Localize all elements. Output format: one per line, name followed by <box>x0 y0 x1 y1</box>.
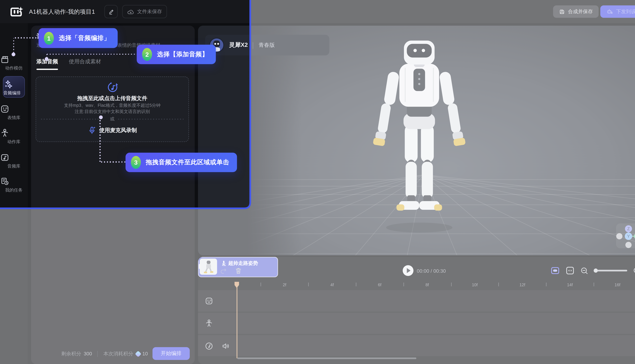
axis-gizmo[interactable]: Z Y X <box>616 224 635 248</box>
walking-icon <box>221 260 226 266</box>
axis-neg-x <box>616 233 622 239</box>
task-list-icon <box>0 177 10 186</box>
tab-use-synth-material[interactable]: 使用合成素材 <box>69 58 101 66</box>
sidebar-item-motion-imitate[interactable]: 动作模仿 <box>0 55 28 71</box>
sidebar-item-label: 动作库 <box>0 139 28 145</box>
robot-edition: 青春版 <box>259 41 275 49</box>
mic-record-button[interactable]: 使用麦克风录制 <box>36 126 188 135</box>
sidebar-item-audio-arrange[interactable]: 音频编排 <box>3 76 25 98</box>
sidebar-item-label: 音频编排 <box>3 90 24 96</box>
timeline-scrollbar[interactable] <box>237 358 416 359</box>
file-unsaved-button[interactable]: 文件未保存 <box>122 5 167 18</box>
save-button[interactable]: 合成并保存 <box>553 5 599 18</box>
sidebar-item-label: 表情库 <box>0 115 28 121</box>
connector1-dot <box>12 52 15 56</box>
zoom-in-icon[interactable] <box>633 267 635 275</box>
upload-note: 注意:目前仅支持中文和英文语言的识别 <box>36 109 188 115</box>
remaining-points-value: 300 <box>84 351 92 357</box>
ruler-frame-label: 6f <box>378 282 381 287</box>
ruler-minor-tick <box>403 282 404 286</box>
pencil-icon <box>108 8 114 15</box>
connector1-line-h <box>15 37 39 38</box>
audio-arrange-panel: 音频编排 通过上传或录制音频，智能编排动作和表情的音频编排素材 添加音频 使用合… <box>31 26 195 364</box>
remaining-points-label: 剩余积分 <box>61 350 81 357</box>
playhead-line <box>237 287 237 358</box>
robot-name: 灵犀X2 <box>229 41 248 49</box>
connector2-line-h <box>47 54 137 54</box>
face-icon <box>0 104 10 114</box>
upload-audio-icon <box>106 81 119 94</box>
step-3-number: 3 <box>131 156 141 169</box>
svg-text:Y: Y <box>627 234 630 238</box>
ruler-frame-label: 8f <box>426 282 429 287</box>
music-box-icon <box>0 153 10 162</box>
clip-name: 超帅走路姿势 <box>228 260 258 267</box>
frame-ruler[interactable]: 0f2f4f6f8f10f12f14f16f <box>198 282 635 289</box>
time-display: 00:00 / 00:30 <box>417 268 446 274</box>
top-bar: A1机器人动作-我的项目1 文件未保存 合成并保存 <box>0 0 635 23</box>
ruler-minor-tick <box>261 282 261 286</box>
file-unsaved-label: 文件未保存 <box>137 8 162 15</box>
audio-track-lane[interactable] <box>198 335 635 356</box>
sidebar-item-action-lib[interactable]: 动作库 <box>0 128 28 145</box>
save-icon <box>559 8 565 15</box>
ruler-minor-tick <box>308 282 309 286</box>
ruler-minor-tick <box>594 282 594 286</box>
play-icon <box>407 268 410 273</box>
sidebar-item-my-tasks[interactable]: 我的任务 <box>0 177 28 193</box>
rename-button[interactable] <box>104 5 118 18</box>
zoom-out-icon[interactable] <box>580 267 588 275</box>
tutorial-step-2: 2 选择【添加音频】 <box>137 45 216 64</box>
sparkles-icon <box>3 80 13 89</box>
ruler-frame-label: 2f <box>283 282 286 287</box>
clip-trim-handle-left[interactable] <box>199 264 200 269</box>
ruler-minor-tick <box>356 282 356 286</box>
robot-download-icon <box>606 8 613 15</box>
track-view-toggle-icon[interactable] <box>551 267 559 274</box>
robot-model-chip: 灵犀X2 │ 青春版 <box>205 35 329 56</box>
or-divider-right <box>118 119 183 120</box>
cost-points-label: 本次消耗积分 <box>103 350 133 357</box>
start-arrange-button[interactable]: 开始编排 <box>152 347 190 360</box>
humanoid-robot <box>357 40 482 235</box>
audio-track-icon <box>204 342 213 350</box>
ruler-minor-tick <box>451 282 451 286</box>
connector3-origin-dot <box>99 116 103 119</box>
redo-icon[interactable] <box>220 267 228 274</box>
action-track-icon <box>204 319 213 328</box>
deploy-button-label: 下发到设备 <box>616 8 635 15</box>
audio-upload-dropzone[interactable]: 拖拽至此或点击上传音频文件 支持mp3、wav、Flac格式，音频长度不超过5分… <box>36 76 189 142</box>
ruler-frame-label: 16f <box>614 282 620 287</box>
slider-track-fill <box>597 270 627 272</box>
sidebar-item-label: 音频库 <box>0 164 28 169</box>
action-track-lane[interactable] <box>198 313 635 334</box>
cloud-icon <box>127 8 134 15</box>
points-gem-icon <box>135 350 141 357</box>
ruler-frame-label: 4f <box>330 282 334 287</box>
timeline-zoom-slider[interactable] <box>594 270 627 271</box>
upload-formats: 支持mp3、wav、Flac格式，音频长度不超过5分钟 <box>36 102 188 108</box>
expression-track-icon <box>204 297 213 306</box>
deploy-button[interactable]: 下发到设备 <box>600 5 635 18</box>
sidebar-item-audio-lib[interactable]: 音频库 <box>0 153 28 169</box>
fit-timeline-icon[interactable] <box>566 266 574 275</box>
ruler-frame-label: 14f <box>567 282 573 287</box>
sidebar-item-expression-lib[interactable]: 表情库 <box>0 104 28 121</box>
slider-knob[interactable] <box>594 268 598 273</box>
expression-track-lane[interactable] <box>198 290 635 312</box>
connector3-line-h <box>101 161 125 162</box>
delete-icon[interactable] <box>235 267 242 275</box>
axis-neg-y <box>625 242 631 248</box>
volume-icon[interactable] <box>222 342 230 350</box>
tutorial-step-1: 1 选择「音频编排」 <box>39 28 118 48</box>
step-1-text: 选择「音频编排」 <box>59 34 110 42</box>
connector1-line-v <box>13 38 14 53</box>
play-button[interactable] <box>403 265 413 276</box>
screen: A1机器人动作-我的项目1 文件未保存 合成并保存 <box>0 0 635 364</box>
cost-points-value: 10 <box>142 351 148 357</box>
app-logo-icon <box>10 6 24 18</box>
robot-3d-viewport[interactable]: 灵犀X2 │ 青春版 Z Y X <box>198 26 635 255</box>
axis-x <box>634 233 635 240</box>
timeline-panel: 00:00 / 00:30 0f2f4f6f8f10f12f14f16f <box>198 257 635 364</box>
save-button-label: 合成并保存 <box>568 8 593 15</box>
